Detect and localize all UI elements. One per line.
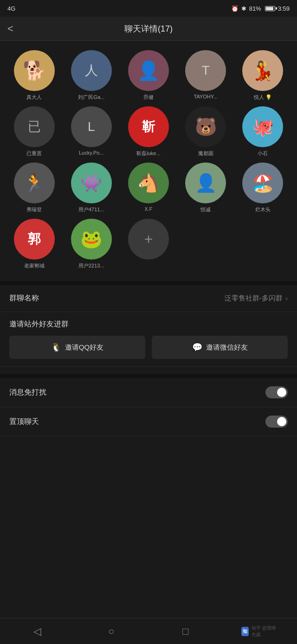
bottom-nav: ◁ ○ □ 知 知乎 @黑啤先森 (0, 618, 297, 644)
member-name: 刘广民Ga... (71, 94, 112, 101)
home-nav-button[interactable]: ○ (93, 622, 130, 641)
mute-row: 消息免打扰 (0, 378, 297, 407)
time: 3:59 (278, 5, 290, 12)
avatar: 🐙 (242, 106, 283, 147)
invite-wechat-label: 邀请微信好友 (206, 343, 248, 352)
watermark-text: 知乎 @黑啤先森 (252, 625, 278, 638)
back-nav-button[interactable]: ◁ (19, 622, 56, 641)
avatar: 👤 (128, 50, 169, 91)
avatar: T (185, 50, 226, 91)
avatar: 🐴 (128, 163, 169, 203)
member-item[interactable]: 人刘广民Ga... (65, 50, 118, 101)
add-member-button[interactable]: + (128, 219, 169, 260)
avatar: 🐸 (71, 219, 112, 260)
mute-toggle[interactable] (265, 386, 288, 398)
pin-toggle-knob (277, 417, 286, 426)
member-item[interactable]: LLucky.Po... (65, 106, 118, 157)
status-right: ⏰ ✱ 81% 3:59 (231, 5, 290, 12)
avatar: 靳 (128, 106, 169, 147)
member-item[interactable]: 🐙小石 (236, 106, 290, 157)
member-name: 真大人 (14, 94, 55, 101)
group-name-row[interactable]: 群聊名称 泛零售社群-多闪群 › (0, 285, 297, 312)
member-name: 烂木头 (242, 206, 283, 213)
member-name: 悦人 💡 (242, 94, 283, 101)
members-grid: 🐕真大人人刘广民Ga...👤乔健TTAYOHY...💃悦人 💡已已重置LLuck… (7, 50, 290, 269)
member-name: Lucky.Po... (71, 150, 112, 156)
member-item[interactable]: 已已重置 (7, 106, 61, 157)
mute-label: 消息免打扰 (9, 388, 46, 397)
invite-section: 邀请站外好友进群 🐧 邀请QQ好友 💬 邀请微信好友 (0, 312, 297, 367)
member-item[interactable]: 👤乔健 (122, 50, 175, 101)
avatar: 🐻 (185, 106, 226, 147)
member-item[interactable]: 💃悦人 💡 (236, 50, 290, 101)
members-section: 🐕真大人人刘广民Ga...👤乔健TTAYOHY...💃悦人 💡已已重置LLuck… (0, 41, 297, 274)
battery-icon (265, 6, 275, 11)
group-name-label: 群聊名称 (9, 293, 39, 303)
member-item[interactable]: 👤悦诚 (179, 163, 232, 213)
chevron-icon: › (285, 294, 288, 303)
invite-qq-label: 邀请QQ好友 (65, 343, 103, 352)
avatar: 👤 (185, 163, 226, 203)
avatar: 🐕 (14, 50, 55, 91)
member-name: 靳磊luke... (128, 150, 169, 157)
member-item[interactable]: 🏃弗瑞登 (7, 163, 61, 213)
group-name-value: 泛零售社群-多闪群 › (225, 294, 288, 303)
watermark: 知 知乎 @黑啤先森 (241, 622, 278, 641)
member-name: 已重置 (14, 150, 55, 157)
avatar: 郭 (14, 219, 55, 260)
separator (0, 281, 297, 285)
avatar: 人 (71, 50, 112, 91)
battery-label: 81% (249, 5, 261, 12)
status-signal: 4G (7, 5, 15, 12)
member-item[interactable]: 🐻魔都圆 (179, 106, 232, 157)
status-bar: 4G ⏰ ✱ 81% 3:59 (0, 0, 297, 17)
member-item[interactable]: 👾用户4711... (65, 163, 118, 213)
member-item[interactable]: 靳靳磊luke... (122, 106, 175, 157)
member-name: 悦诚 (185, 206, 226, 213)
member-name: TAYOHY... (185, 94, 226, 99)
member-name: 魔都圆 (185, 150, 226, 157)
avatar: 🏖️ (242, 163, 283, 203)
invite-wechat-button[interactable]: 💬 邀请微信好友 (152, 336, 288, 359)
member-item[interactable]: TTAYOHY... (179, 50, 232, 101)
member-name: 乔健 (128, 94, 169, 101)
alarm-icon: ⏰ (231, 5, 239, 12)
group-name-text: 泛零售社群-多闪群 (225, 294, 283, 303)
zhihu-logo: 知 (241, 627, 249, 636)
mute-toggle-knob (277, 388, 286, 397)
pin-label: 置顶聊天 (9, 417, 39, 427)
invite-buttons: 🐧 邀请QQ好友 💬 邀请微信好友 (9, 336, 288, 359)
invite-label: 邀请站外好友进群 (9, 319, 288, 329)
member-item[interactable]: 🐸用户2213... (65, 219, 118, 269)
member-name: 弗瑞登 (14, 206, 55, 213)
back-button[interactable]: < (7, 23, 13, 35)
avatar: L (71, 106, 112, 147)
member-name: 小石 (242, 150, 283, 157)
member-name: 用户4711... (71, 206, 112, 213)
wechat-icon: 💬 (192, 342, 202, 352)
add-member-item[interactable]: + (122, 219, 175, 269)
page-title: 聊天详情(17) (124, 23, 173, 34)
separator2 (0, 374, 297, 378)
member-item[interactable]: 🐕真大人 (7, 50, 61, 101)
member-name: 老家郸城 (14, 262, 55, 269)
pin-row: 置顶聊天 (0, 407, 297, 436)
qq-icon: 🐧 (51, 342, 61, 352)
member-name: X.F (128, 206, 169, 212)
recent-nav-button[interactable]: □ (167, 622, 204, 641)
member-item[interactable]: 🐴X.F (122, 163, 175, 213)
bluetooth-icon: ✱ (241, 5, 246, 12)
header: < 聊天详情(17) (0, 17, 297, 41)
member-item[interactable]: 🏖️烂木头 (236, 163, 290, 213)
avatar: 👾 (71, 163, 112, 203)
invite-qq-button[interactable]: 🐧 邀请QQ好友 (9, 336, 145, 359)
member-name: 用户2213... (71, 262, 112, 269)
avatar: 🏃 (14, 163, 55, 203)
avatar: 已 (14, 106, 55, 147)
avatar: 💃 (242, 50, 283, 91)
settings-section: 群聊名称 泛零售社群-多闪群 › 邀请站外好友进群 🐧 邀请QQ好友 💬 邀请微… (0, 285, 297, 436)
pin-toggle[interactable] (265, 416, 288, 428)
member-item[interactable]: 郭老家郸城 (7, 219, 61, 269)
